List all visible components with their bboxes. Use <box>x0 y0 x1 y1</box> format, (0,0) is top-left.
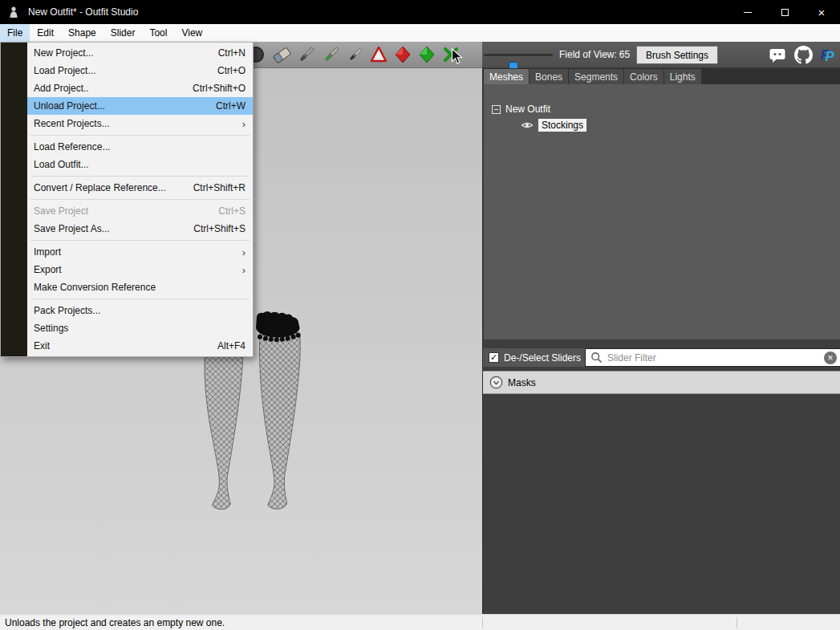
menu-tool[interactable]: Tool <box>142 24 174 42</box>
menu-item-new-project[interactable]: New Project... Ctrl+N <box>27 44 253 62</box>
minimize-button[interactable] <box>729 0 766 24</box>
menu-edit[interactable]: Edit <box>30 24 61 42</box>
slider-filter-box: × <box>585 348 840 367</box>
tree-item-label-selected[interactable]: Stockings <box>538 119 586 132</box>
submenu-arrow-icon: › <box>242 118 246 130</box>
status-text: Unloads the project and creates an empty… <box>5 617 225 628</box>
menu-file[interactable]: File <box>0 24 30 42</box>
mouse-cursor <box>451 48 464 66</box>
statusbar-separator <box>737 617 737 628</box>
close-button[interactable]: × <box>803 0 840 24</box>
visibility-eye-icon[interactable] <box>521 120 534 130</box>
red-diamond-icon <box>392 44 413 65</box>
menu-icon-gutter <box>1 43 27 356</box>
minimize-icon <box>744 12 752 13</box>
menu-item-label: Load Reference... <box>34 141 110 152</box>
collision-pull-tool-button[interactable] <box>416 44 437 65</box>
menu-item-save-project: Save Project Ctrl+S <box>27 202 253 220</box>
collapse-icon[interactable] <box>492 105 501 114</box>
field-of-view-text: Field of View: <box>559 49 617 60</box>
menu-separator <box>30 199 250 200</box>
app-icon <box>7 6 20 18</box>
menu-item-label: Convert / Replace Reference... <box>34 182 166 193</box>
tab-bones[interactable]: Bones <box>530 69 568 84</box>
menu-item-label: Load Outfit... <box>34 159 89 170</box>
search-icon <box>590 352 603 364</box>
outfit-studio-window: New Outfit* - Outfit Studio × File Edit … <box>0 0 840 630</box>
menu-item-label: New Project... <box>34 47 94 59</box>
tree-root-row[interactable]: New Outfit <box>492 104 550 115</box>
menu-item-load-outfit[interactable]: Load Outfit... <box>27 156 253 173</box>
menu-item-label: Recent Projects... <box>34 118 110 129</box>
menu-item-label: Export <box>34 264 62 275</box>
menu-item-label: Save Project As... <box>34 223 110 234</box>
paypal-icon: P P <box>820 46 838 65</box>
menu-item-label: Add Project.. <box>34 83 89 94</box>
panel-tabs: Meshes Bones Segments Colors Lights <box>483 68 840 84</box>
discord-link-button[interactable] <box>767 45 787 65</box>
menu-item-import[interactable]: Import › <box>27 243 253 261</box>
menu-item-export[interactable]: Export › <box>27 261 253 278</box>
menu-view[interactable]: View <box>174 24 209 42</box>
menu-shape[interactable]: Shape <box>61 24 103 42</box>
deflate-brush-icon <box>321 44 342 65</box>
tree-item-stockings[interactable]: Stockings <box>521 119 586 132</box>
github-link-button[interactable] <box>793 45 814 65</box>
deflate-brush-tool-button[interactable] <box>321 44 342 65</box>
maximize-icon <box>781 9 789 16</box>
menu-item-label: Settings <box>34 323 68 334</box>
tab-meshes[interactable]: Meshes <box>484 69 529 84</box>
smooth-brush-icon <box>345 44 366 65</box>
menu-item-label: Make Conversion Reference <box>34 282 156 293</box>
statusbar-separator <box>482 617 483 628</box>
slider-filter-input[interactable] <box>607 352 824 364</box>
menu-item-shortcut: Ctrl+O <box>195 65 246 76</box>
menubar: File Edit Shape Slider Tool View <box>0 24 840 42</box>
tab-colors[interactable]: Colors <box>624 69 663 84</box>
menu-slider[interactable]: Slider <box>103 24 143 42</box>
menu-item-save-project-as[interactable]: Save Project As... Ctrl+Shift+S <box>27 220 253 238</box>
deselect-sliders-control[interactable]: ✓ De-/Select Sliders <box>483 348 585 367</box>
menu-separator <box>30 299 250 299</box>
clear-filter-button[interactable]: × <box>824 352 837 364</box>
menu-item-recent-projects[interactable]: Recent Projects... › <box>27 115 253 132</box>
paypal-link-button[interactable]: P P <box>818 45 838 65</box>
tab-segments[interactable]: Segments <box>569 69 623 84</box>
menu-item-pack-projects[interactable]: Pack Projects... <box>27 302 253 319</box>
menu-item-shortcut: Ctrl+Shift+R <box>171 182 246 193</box>
menu-item-add-project[interactable]: Add Project.. Ctrl+Shift+O <box>27 79 253 97</box>
menu-item-label: Load Project... <box>34 65 95 76</box>
maximize-button[interactable] <box>766 0 803 24</box>
submenu-arrow-icon: › <box>242 246 246 258</box>
menu-item-unload-project[interactable]: Unload Project... Ctrl+W <box>27 97 253 115</box>
brush-settings-button[interactable]: Brush Settings <box>636 46 718 64</box>
tree-root-label[interactable]: New Outfit <box>505 104 550 115</box>
smooth-brush-tool-button[interactable] <box>345 44 366 65</box>
menu-item-convert-replace-reference[interactable]: Convert / Replace Reference... Ctrl+Shif… <box>27 179 253 197</box>
window-controls: × <box>729 0 840 24</box>
masks-collapsible-header[interactable]: Masks <box>483 371 840 394</box>
menu-item-shortcut: Ctrl+S <box>196 205 246 217</box>
menu-item-shortcut: Ctrl+Shift+O <box>170 83 246 94</box>
eraser-tool-button[interactable] <box>271 44 292 65</box>
file-menu-popup: New Project... Ctrl+N Load Project... Ct… <box>0 42 254 357</box>
menu-item-settings[interactable]: Settings <box>27 319 253 337</box>
field-of-view-label: Field of View:65 <box>559 49 632 60</box>
minus-glyph <box>494 109 498 110</box>
menu-item-exit[interactable]: Exit Alt+F4 <box>27 337 253 355</box>
menu-item-label: Import <box>34 246 61 258</box>
menu-item-load-reference[interactable]: Load Reference... <box>27 138 253 156</box>
chevron-down-circle-icon[interactable] <box>489 376 503 389</box>
field-of-view-slider[interactable] <box>484 54 553 56</box>
menu-separator <box>30 176 250 177</box>
tab-lights[interactable]: Lights <box>664 69 701 84</box>
slider-filter-row: ✓ De-/Select Sliders × <box>483 348 840 367</box>
collision-push-tool-button[interactable] <box>392 44 413 65</box>
deselect-sliders-checkbox[interactable]: ✓ <box>489 352 499 363</box>
inflate-brush-tool-button[interactable] <box>296 44 317 65</box>
menu-item-make-conversion-reference[interactable]: Make Conversion Reference <box>27 278 253 296</box>
move-brush-tool-button[interactable] <box>368 44 389 65</box>
close-icon: × <box>818 6 826 18</box>
right-panel: Meshes Bones Segments Colors Lights New … <box>482 68 840 614</box>
menu-item-load-project[interactable]: Load Project... Ctrl+O <box>27 62 253 79</box>
